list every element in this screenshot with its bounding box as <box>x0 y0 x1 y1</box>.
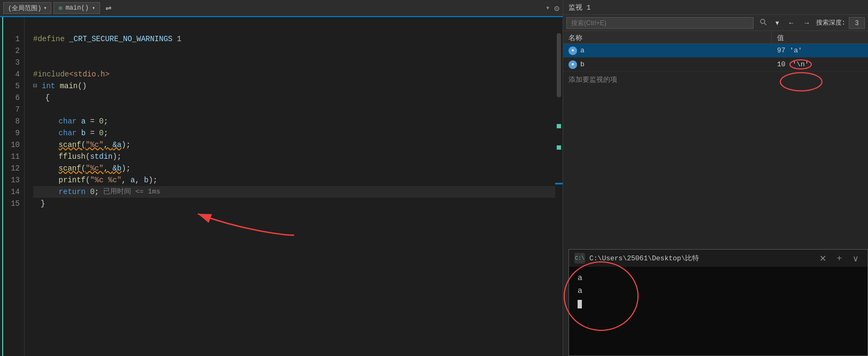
code-token: _CRT_SECURE_NO_WARNINGS <box>65 33 177 45</box>
code-token: , <box>104 139 113 151</box>
terminal-add-btn[interactable]: + <box>834 253 845 263</box>
scrollbar-thumb[interactable] <box>557 33 561 97</box>
scrollbar[interactable] <box>555 17 563 356</box>
line-num: 4 <box>3 68 24 80</box>
code-token: int <box>42 80 55 92</box>
line-num: 6 <box>3 92 24 104</box>
dropdown-icon[interactable]: ▾ <box>546 3 550 14</box>
search-input[interactable] <box>566 17 754 29</box>
code-line-4: #include<stdio.h> <box>33 68 555 80</box>
code-token: } <box>41 198 45 210</box>
code-area: 1 2 3 4 5 6 7 8 9 10 11 12 13 14 15 <box>0 17 563 356</box>
code-line-1: #define _CRT_SECURE_NO_WARNINGS 1 <box>33 33 555 45</box>
watch-add-item[interactable]: 添加要监视的项 <box>563 72 868 88</box>
scope-dropdown[interactable]: (全局范围) ▾ <box>3 2 51 14</box>
line-num: 7 <box>3 104 24 115</box>
nav-forward-btn[interactable]: → <box>801 18 813 28</box>
code-token: fflush <box>59 151 86 162</box>
editor-panel: ▾ ⚙ (全局范围) ▾ ⊙ main() ▾ ⇌ 1 <box>0 0 563 356</box>
function-dropdown-arrow: ▾ <box>92 5 95 11</box>
line-num: 9 <box>3 127 24 139</box>
code-token: ; <box>95 186 99 198</box>
code-token: "%c %c" <box>90 174 121 186</box>
line-numbers: 1 2 3 4 5 6 7 8 9 10 11 12 13 14 15 <box>3 17 25 356</box>
pin-button[interactable]: ⇌ <box>102 3 115 13</box>
code-token: 0 <box>99 127 103 139</box>
var-name-b: b <box>580 60 585 68</box>
code-line-13: printf ( "%c %c" , a , b ); <box>33 174 555 186</box>
watch-row-a[interactable]: ● a 97 'a' <box>563 44 868 58</box>
fold-icon[interactable]: ⊟ <box>33 80 41 92</box>
code-token: = <box>86 127 99 139</box>
line-num: 1 <box>3 33 24 45</box>
code-token <box>76 115 81 127</box>
code-token <box>55 80 59 92</box>
terminal-title: C:\Users\25061\Desktop\比特 <box>589 253 812 263</box>
code-token: char <box>59 115 77 127</box>
nav-back-btn[interactable]: ← <box>785 18 797 28</box>
terminal-header: C:\ C:\Users\25061\Desktop\比特 ✕ + ∨ <box>569 250 867 267</box>
code-content: #define _CRT_SECURE_NO_WARNINGS 1 #inclu… <box>25 17 555 356</box>
terminal-cursor <box>578 300 582 308</box>
time-info: 已用时间 <= 1ms <box>103 186 160 198</box>
code-line-2 <box>33 45 555 57</box>
watch-var-icon: ● <box>569 47 577 55</box>
code-token: , <box>135 174 144 186</box>
code-line-6: { <box>33 92 555 104</box>
code-token: b <box>144 174 148 186</box>
green-indicator <box>557 145 561 150</box>
line-num: 2 <box>3 45 24 57</box>
code-token: scanf <box>59 162 81 174</box>
depth-input[interactable] <box>849 17 865 29</box>
code-token: 1 <box>177 33 181 45</box>
line-num: 15 <box>3 198 24 210</box>
watch-var-icon: ● <box>569 60 577 69</box>
code-token: ; <box>104 127 108 139</box>
code-token: ( <box>86 174 90 186</box>
code-token: ( <box>81 139 86 151</box>
code-token: ); <box>112 151 121 162</box>
col-value-header: 值 <box>772 31 868 43</box>
code-token: #define <box>33 33 65 45</box>
function-dropdown[interactable]: ⊙ main() ▾ <box>53 2 99 14</box>
code-token: scanf <box>59 139 81 151</box>
code-line <box>33 21 555 33</box>
search-dropdown-btn[interactable]: ▾ <box>773 18 782 28</box>
code-token: ); <box>149 174 158 186</box>
code-token: #include <box>33 68 69 80</box>
code-token: char <box>59 127 77 139</box>
code-token: 0 <box>99 115 103 127</box>
terminal-line-1: a <box>578 272 859 285</box>
code-token: stdin <box>90 151 112 162</box>
code-token: ); <box>121 139 130 151</box>
terminal-cursor-line <box>578 298 859 311</box>
watch-row-a-name: ● a <box>563 45 772 56</box>
line-num: 8 <box>3 115 24 127</box>
green-indicator <box>557 124 561 128</box>
code-token: , <box>104 162 113 174</box>
watch-title: 监视 1 <box>569 3 591 12</box>
terminal-chevron-btn[interactable]: ∨ <box>849 253 862 264</box>
code-token: a <box>130 174 135 186</box>
terminal-close-btn[interactable]: ✕ <box>816 253 829 264</box>
code-line-9: char b = 0 ; <box>33 127 555 139</box>
code-line-3 <box>33 57 555 68</box>
depth-label: 搜索深度: <box>816 18 846 27</box>
blue-indicator <box>555 183 563 184</box>
search-icon-btn[interactable] <box>757 17 770 28</box>
svg-line-2 <box>764 23 766 25</box>
code-token: printf <box>59 174 86 186</box>
watch-row-a-val: 97 'a' <box>772 45 868 56</box>
watch-row-b[interactable]: ● b 10 '\n' <box>563 58 868 72</box>
watch-toolbar: ▾ ← → 搜索深度: <box>563 15 868 31</box>
terminal-body: a a <box>569 267 867 355</box>
svg-point-1 <box>761 19 765 24</box>
code-token: = <box>86 115 99 127</box>
line-num: 14 <box>3 186 24 198</box>
code-token: return <box>59 186 86 198</box>
code-line-11: fflush ( stdin ); <box>33 151 555 162</box>
settings-icon[interactable]: ⚙ <box>554 3 559 14</box>
code-token: a <box>81 115 86 127</box>
function-icon: ⊙ <box>58 4 62 12</box>
code-token: "%c" <box>86 162 104 174</box>
